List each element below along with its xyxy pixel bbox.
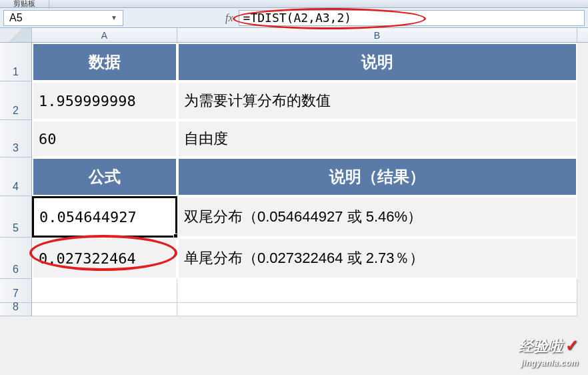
- cell-b6[interactable]: 单尾分布（0.027322464 或 2.73％）: [177, 238, 577, 279]
- check-icon: ✓: [565, 336, 579, 354]
- cell-a6[interactable]: 0.027322464: [32, 238, 177, 279]
- cell-b7[interactable]: [177, 279, 577, 303]
- cell-a4[interactable]: 公式: [32, 157, 177, 196]
- select-all-corner[interactable]: [0, 28, 32, 42]
- formula-bar-row: A5 ▼ fx =TDIST(A2,A3,2): [0, 8, 588, 28]
- column-headers: A B: [0, 28, 588, 43]
- spreadsheet-row: 6 0.027322464 单尾分布（0.027322464 或 2.73％）: [0, 238, 588, 279]
- name-box[interactable]: A5 ▼: [3, 10, 123, 26]
- cell-a5-active[interactable]: 0.054644927: [32, 196, 177, 238]
- row-header-8[interactable]: 8: [0, 303, 32, 316]
- fill-handle[interactable]: [173, 234, 178, 238]
- spreadsheet-row: 8: [0, 303, 588, 316]
- cell-b4[interactable]: 说明（结果）: [177, 157, 577, 196]
- row-header-1[interactable]: 1: [0, 43, 32, 81]
- watermark-text: 经验啦: [519, 338, 563, 354]
- cell-b8[interactable]: [177, 303, 577, 316]
- row-header-7[interactable]: 7: [0, 279, 32, 303]
- cell-a1[interactable]: 数据: [32, 43, 177, 81]
- watermark: 经验啦 ✓ jingyanla.com: [519, 336, 579, 368]
- formula-bar[interactable]: =TDIST(A2,A3,2): [239, 10, 585, 26]
- row-header-6[interactable]: 6: [0, 238, 32, 279]
- spreadsheet-row: 4 公式 说明（结果）: [0, 157, 588, 196]
- spreadsheet-row: 2 1.959999998 为需要计算分布的数值: [0, 81, 588, 120]
- column-header-a[interactable]: A: [32, 28, 177, 42]
- cell-a8[interactable]: [32, 303, 177, 316]
- formula-text: =TDIST(A2,A3,2): [243, 11, 352, 25]
- cell-a5-value: 0.054644927: [39, 209, 137, 226]
- cell-b1[interactable]: 说明: [177, 43, 577, 81]
- row-header-2[interactable]: 2: [0, 81, 32, 120]
- cell-a3[interactable]: 60: [32, 120, 177, 157]
- row-header-4[interactable]: 4: [0, 157, 32, 196]
- spreadsheet-row: 5 0.054644927 双尾分布（0.054644927 或 5.46%）: [0, 196, 588, 238]
- cell-b3[interactable]: 自由度: [177, 120, 577, 157]
- ribbon: 剪贴板: [0, 0, 588, 8]
- row-header-5[interactable]: 5: [0, 196, 32, 238]
- chevron-down-icon[interactable]: ▼: [111, 14, 117, 21]
- row-header-3[interactable]: 3: [0, 120, 32, 157]
- spreadsheet-row: 3 60 自由度: [0, 120, 588, 157]
- name-box-value: A5: [9, 12, 23, 24]
- cell-b2[interactable]: 为需要计算分布的数值: [177, 81, 577, 120]
- cell-b5[interactable]: 双尾分布（0.054644927 或 5.46%）: [177, 196, 577, 238]
- cell-a2[interactable]: 1.959999998: [32, 81, 177, 120]
- ribbon-section-clipboard[interactable]: 剪贴板: [0, 0, 49, 9]
- column-header-b[interactable]: B: [177, 28, 577, 42]
- watermark-url: jingyanla.com: [521, 358, 579, 368]
- cell-a7[interactable]: [32, 279, 177, 303]
- spreadsheet-row: 7: [0, 279, 588, 303]
- spreadsheet-row: 1 数据 说明: [0, 43, 588, 81]
- fx-icon[interactable]: fx: [220, 12, 239, 24]
